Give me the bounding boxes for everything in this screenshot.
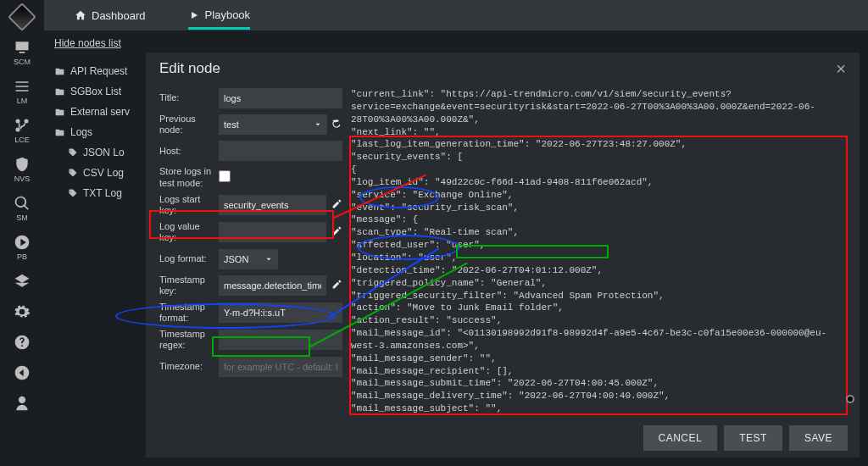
nav-dashboard[interactable]: Dashboard [75, 9, 146, 22]
rail-item-scm[interactable]: SCM [14, 39, 31, 66]
json-preview[interactable]: "current_link": "https://api-trendmicro.… [351, 88, 849, 415]
refresh-button[interactable] [331, 118, 342, 132]
tree-item-txt[interactable]: TXT Log [68, 183, 154, 203]
rail-item-lce[interactable]: LCE [14, 117, 31, 144]
home-icon [75, 9, 86, 21]
close-icon[interactable]: × [836, 59, 846, 79]
play-icon [188, 9, 200, 21]
log-format-select[interactable]: JSON [219, 249, 278, 269]
search-icon [14, 195, 31, 212]
rail-item-user[interactable] [14, 395, 31, 413]
back-icon [14, 364, 31, 381]
nav-playbook[interactable]: Playbook [188, 8, 250, 30]
pencil-icon [331, 198, 342, 209]
log-value-edit[interactable] [331, 225, 342, 239]
tree-group-logs[interactable]: Logs [54, 122, 154, 142]
tree-item-json[interactable]: JSON Lo [68, 142, 154, 163]
ts-key-input[interactable] [219, 275, 326, 296]
cancel-button[interactable]: CANCEL [643, 425, 718, 451]
ts-key-label: Timestamp key: [159, 275, 219, 297]
timezone-label: Timezone: [159, 361, 219, 372]
folder-icon [54, 86, 65, 97]
play-circle-icon [14, 234, 31, 251]
folder-icon [54, 66, 65, 77]
tag-icon [68, 147, 78, 158]
edit-node-modal: Edit node × Title: Previous node:test Ho… [146, 53, 860, 458]
ts-regex-input[interactable] [219, 330, 342, 350]
left-rail: SCM LM LCE NVS SM PB [0, 0, 44, 466]
rail-item-back[interactable] [14, 364, 31, 383]
refresh-icon [331, 118, 342, 130]
rail-item-pb[interactable]: PB [14, 234, 31, 261]
node-form: Title: Previous node:test Host: Store lo… [153, 85, 348, 419]
gear-icon [14, 303, 31, 320]
tag-icon [68, 188, 78, 198]
help-icon [14, 334, 31, 351]
host-label: Host: [159, 146, 219, 157]
tree-group-api[interactable]: API Request [54, 61, 154, 81]
branch-icon [14, 117, 31, 134]
app-logo[interactable] [8, 3, 36, 31]
ts-regex-label: Timestamp regex: [159, 329, 219, 351]
ts-format-input[interactable] [219, 302, 342, 323]
rail-item-lm[interactable]: LM [14, 78, 31, 105]
test-button[interactable]: TEST [724, 425, 782, 451]
layers-icon [14, 273, 31, 290]
title-label: Title: [159, 92, 219, 103]
tree-group-sgbox[interactable]: SGBox List [54, 81, 154, 102]
logs-start-label: Logs start key: [159, 194, 219, 216]
ts-format-label: Timestamp format: [159, 302, 219, 324]
save-button[interactable]: SAVE [789, 425, 848, 451]
store-label: Store logs in test mode: [159, 166, 219, 188]
rail-item-nvs[interactable]: NVS [14, 156, 31, 183]
tag-icon [68, 168, 78, 178]
tree-item-csv[interactable]: CSV Log [68, 163, 154, 183]
shield-icon [14, 156, 31, 173]
log-value-input[interactable] [219, 222, 326, 242]
store-checkbox[interactable] [219, 170, 231, 182]
host-input[interactable] [219, 141, 342, 161]
hide-nodes-link[interactable]: Hide nodes list [54, 37, 154, 49]
pencil-icon [331, 225, 342, 236]
folder-icon [54, 127, 65, 138]
tree-group-external[interactable]: External serv [54, 102, 154, 122]
prevnode-label: Previous node: [159, 114, 219, 136]
top-nav: Dashboard Playbook [44, 0, 868, 31]
bars-icon [14, 78, 31, 95]
log-value-label: Log value key: [159, 221, 219, 243]
nodes-tree: Hide nodes list API Request SGBox List E… [44, 0, 154, 466]
monitor-icon [14, 39, 31, 56]
pencil-icon [331, 279, 342, 290]
folder-icon [54, 107, 65, 118]
scroll-indicator [846, 395, 854, 403]
rail-item-settings[interactable] [14, 303, 31, 322]
rail-item-layers[interactable] [14, 273, 31, 291]
logs-start-edit[interactable] [331, 198, 342, 212]
ts-key-edit[interactable] [331, 279, 342, 292]
rail-item-help[interactable] [14, 334, 31, 352]
timezone-input[interactable] [219, 357, 342, 377]
logs-start-input[interactable] [219, 195, 326, 215]
rail-item-sm[interactable]: SM [14, 195, 31, 222]
log-format-label: Log format: [159, 253, 219, 264]
user-icon [14, 395, 31, 412]
title-input[interactable] [219, 88, 342, 108]
modal-title: Edit node [159, 60, 220, 77]
prevnode-select[interactable]: test [219, 114, 327, 135]
